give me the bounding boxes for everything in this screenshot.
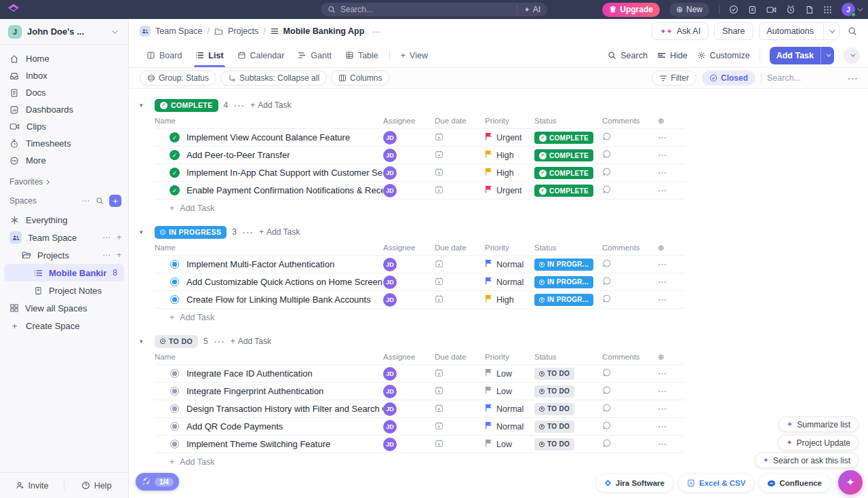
status-badge[interactable]: IN PROGR... xyxy=(534,276,593,288)
comment-icon[interactable] xyxy=(602,277,612,288)
apps-grid-icon[interactable] xyxy=(823,5,832,14)
add-task-row[interactable]: +Add Task xyxy=(155,453,685,471)
collapse-group-icon[interactable]: ▾ xyxy=(140,229,149,235)
due-date-icon[interactable] xyxy=(435,404,443,415)
assignee-avatar[interactable]: JD xyxy=(383,438,397,451)
summarize-list-button[interactable]: ✦Summarize list xyxy=(778,417,859,432)
add-task-button[interactable]: Add Task xyxy=(770,47,834,64)
automations-dropdown[interactable] xyxy=(823,23,839,39)
sidebar-item-create-space[interactable]: +Create Space xyxy=(0,317,128,334)
group-more-icon[interactable]: ⋯ xyxy=(214,335,225,348)
assignee-avatar[interactable]: JD xyxy=(383,385,397,398)
more-icon[interactable]: ⋯ xyxy=(102,233,111,242)
status-badge[interactable]: TO DO xyxy=(534,403,574,415)
assignee-avatar[interactable]: JD xyxy=(383,275,397,289)
filter-pill[interactable]: Filter xyxy=(652,71,696,85)
sidebar-item-view-all-spaces[interactable]: View all Spaces xyxy=(0,299,128,317)
due-date-icon[interactable] xyxy=(435,151,443,161)
excel-csv-button[interactable]: Excel & CSV xyxy=(679,474,753,492)
add-column-icon[interactable]: ⊕ xyxy=(658,352,685,362)
group-status-badge[interactable]: TO DO xyxy=(155,335,198,348)
tab-gantt[interactable]: Gantt xyxy=(291,43,338,67)
reminder-clock-icon[interactable] xyxy=(786,5,795,14)
column-comments[interactable]: Comments xyxy=(602,117,658,125)
task-status-complete-icon[interactable]: ✓ xyxy=(170,132,180,142)
table-row[interactable]: ✓Implement In-App Chat Support with Cust… xyxy=(155,164,685,182)
sidebar-item-timesheets[interactable]: Timesheets xyxy=(0,135,128,152)
table-row[interactable]: Create Flow for Linking Multiple Bank Ac… xyxy=(155,291,685,309)
spaces-more-icon[interactable]: ⋯ xyxy=(81,196,90,206)
collapse-toolbar-button[interactable] xyxy=(844,47,860,64)
table-row[interactable]: Design Transaction History with Filter a… xyxy=(155,400,685,418)
column-name[interactable]: Name xyxy=(155,117,383,125)
due-date-icon[interactable] xyxy=(435,440,443,450)
task-status-progress-icon[interactable] xyxy=(170,294,180,305)
task-name[interactable]: Implement In-App Chat Support with Custo… xyxy=(186,168,383,178)
sidebar-item-dashboards[interactable]: Dashboards xyxy=(0,101,128,118)
status-badge[interactable]: TO DO xyxy=(534,368,574,380)
invite-button[interactable]: Invite xyxy=(0,473,64,498)
assignee-avatar[interactable]: JD xyxy=(383,367,397,381)
column-comments[interactable]: Comments xyxy=(602,244,658,252)
task-status-complete-icon[interactable]: ✓ xyxy=(170,150,180,160)
collapse-group-icon[interactable]: ▾ xyxy=(140,338,149,345)
sidebar-item-projects[interactable]: Projects⋯+ xyxy=(0,246,128,264)
onboarding-progress-badge[interactable]: 1/4 xyxy=(136,473,179,491)
comment-icon[interactable] xyxy=(602,295,612,305)
column-priority[interactable]: Priority xyxy=(485,244,534,252)
due-date-icon[interactable] xyxy=(435,277,443,288)
tab-list[interactable]: List xyxy=(189,43,230,67)
comment-icon[interactable] xyxy=(602,404,612,415)
row-more-icon[interactable]: ⋯ xyxy=(658,439,667,449)
priority-cell[interactable]: High xyxy=(485,294,534,305)
assignee-avatar[interactable]: JD xyxy=(383,131,397,145)
group-by-pill[interactable]: Group: Status xyxy=(140,71,216,85)
column-status[interactable]: Status xyxy=(534,117,602,125)
due-date-icon[interactable] xyxy=(435,260,443,270)
priority-cell[interactable]: Low xyxy=(485,368,534,379)
column-assignee[interactable]: Assignee xyxy=(383,244,435,252)
assignee-avatar[interactable]: JD xyxy=(383,149,397,162)
status-badge[interactable]: ✓COMPLETE xyxy=(534,167,593,179)
due-date-icon[interactable] xyxy=(435,295,443,305)
sidebar-item-home[interactable]: Home xyxy=(0,50,128,67)
priority-cell[interactable]: Urgent xyxy=(485,132,534,142)
breadcrumb-current[interactable]: Mobile Banking App xyxy=(283,26,365,36)
task-name[interactable]: Implement View Account Balance Feature xyxy=(186,132,350,142)
task-status-todo-icon[interactable] xyxy=(170,368,180,379)
column-assignee[interactable]: Assignee xyxy=(383,117,435,125)
notepad-icon[interactable] xyxy=(748,5,757,14)
status-badge[interactable]: TO DO xyxy=(534,438,574,451)
status-badge[interactable]: IN PROGR... xyxy=(534,294,593,306)
sidebar-item-everything[interactable]: Everything xyxy=(0,211,128,229)
add-view-button[interactable]: +View xyxy=(394,43,435,67)
add-task-row[interactable]: +Add Task xyxy=(155,309,685,326)
task-status-todo-icon[interactable] xyxy=(170,404,180,414)
status-badge[interactable]: IN PROGR... xyxy=(534,258,593,271)
comment-icon[interactable] xyxy=(602,133,612,143)
task-name[interactable]: Integrate Fingerprint Authentication xyxy=(186,386,323,396)
priority-cell[interactable]: Urgent xyxy=(485,185,534,195)
row-more-icon[interactable]: ⋯ xyxy=(658,132,667,142)
add-icon[interactable]: + xyxy=(117,233,121,242)
ask-ai-button[interactable]: ✦✦Ask AI xyxy=(652,22,709,40)
ai-button[interactable]: ✦AI xyxy=(517,5,540,14)
breadcrumb-projects[interactable]: Projects xyxy=(228,26,258,36)
task-check-icon[interactable] xyxy=(729,5,738,14)
task-name[interactable]: Add Customizable Quick Actions on Home S… xyxy=(186,277,382,287)
assignee-avatar[interactable]: JD xyxy=(383,420,397,434)
list-search-input[interactable]: Search... xyxy=(767,73,842,83)
table-row[interactable]: ✓Implement View Account Balance FeatureJ… xyxy=(155,129,685,147)
subtasks-pill[interactable]: Subtasks: Collapse all xyxy=(220,71,327,85)
sidebar-item-team-space[interactable]: Team Space⋯+ xyxy=(0,229,128,246)
add-space-button[interactable]: + xyxy=(109,195,121,207)
jira-software-button[interactable]: Jira Software xyxy=(596,474,673,492)
tab-table[interactable]: Table xyxy=(338,43,385,67)
filter-more-icon[interactable]: ⋯ xyxy=(847,72,859,85)
column-name[interactable]: Name xyxy=(155,353,383,361)
add-task-dropdown[interactable] xyxy=(821,47,834,64)
status-badge[interactable]: ✓COMPLETE xyxy=(534,149,593,161)
task-status-progress-icon[interactable] xyxy=(170,277,180,287)
table-row[interactable]: ✓Add Peer-to-Peer TransferJDHigh✓COMPLET… xyxy=(155,147,685,164)
status-badge[interactable]: TO DO xyxy=(534,421,574,433)
